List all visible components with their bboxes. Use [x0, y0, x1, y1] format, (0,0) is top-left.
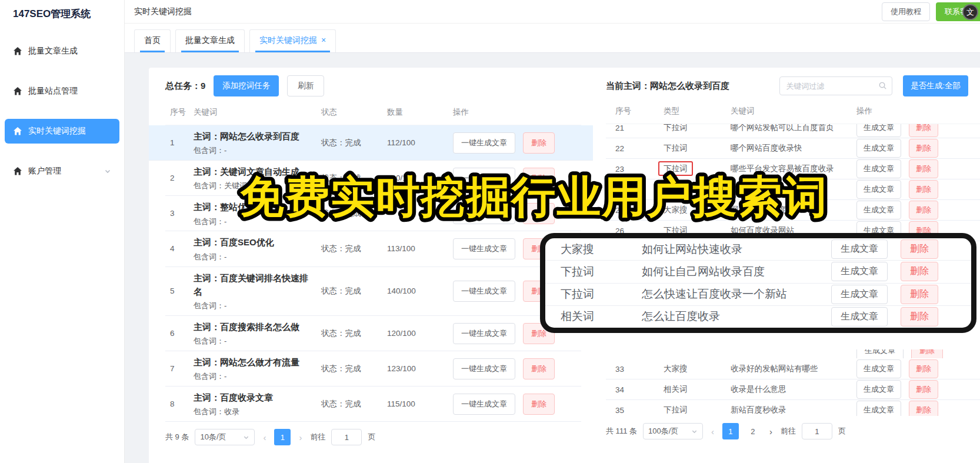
help-button[interactable]: 使用教程 — [882, 2, 930, 21]
sidebar-item-batch-article[interactable]: 批量文章生成 — [5, 39, 119, 64]
sidebar-item-realtime-keyword[interactable]: 实时关键词挖掘 — [5, 119, 119, 144]
generate-article-button[interactable]: 一键生成文章 — [453, 358, 515, 379]
home-icon — [13, 86, 22, 96]
keywords-pagination: 共 111 条 100条/页 ‹ 1 2 › 前往 页 — [606, 423, 980, 439]
sidebar-item-account[interactable]: 账户管理 — [5, 159, 119, 184]
delete-button[interactable]: 删除 — [909, 180, 938, 199]
table-row[interactable]: 1 主词：网站怎么收录到百度包含词：- 状态：完成 112/100 一键生成文章… — [149, 125, 593, 161]
magnifier-row: 大家搜 如何让网站快速收录 生成文章删除 — [545, 238, 971, 261]
table-row[interactable]: 35 下拉词 新站百度秒收录 生成文章删除 — [606, 400, 980, 416]
page-number-1[interactable]: 1 — [722, 423, 739, 439]
topbar: 实时关键词挖掘 使用教程 联系客服 文 — [125, 0, 980, 24]
table-row[interactable]: 24 下拉词 如何让百度收录自己的网站 生成文章删除 — [606, 179, 980, 200]
next-page-button[interactable]: › — [296, 432, 304, 442]
page-number-2[interactable]: 2 — [745, 423, 761, 439]
status-text: 状态：完成 — [321, 328, 387, 339]
close-icon[interactable]: × — [321, 35, 326, 45]
delete-button[interactable]: 删除 — [901, 285, 938, 304]
keyword-filter-input[interactable] — [779, 76, 892, 95]
table-row[interactable]: 3 主词：整站优化包含词：- 状态：完成 一键生成文章删除 — [165, 196, 581, 231]
translate-icon[interactable]: 文 — [962, 4, 978, 20]
delete-button[interactable]: 删除 — [909, 380, 938, 399]
delete-button[interactable]: 删除 — [523, 168, 555, 189]
next-page-button[interactable]: › — [767, 427, 775, 437]
goto-page-input[interactable] — [331, 429, 362, 445]
generate-article-button[interactable]: 生成文章 — [856, 180, 901, 199]
prev-page-button[interactable]: ‹ — [709, 427, 716, 437]
page-size-select[interactable]: 10条/页 — [195, 429, 255, 445]
chevron-down-icon — [243, 434, 249, 441]
delete-button[interactable]: 删除 — [909, 159, 938, 178]
generate-article-button[interactable]: 一键生成文章 — [453, 281, 515, 302]
sidebar-item-batch-site[interactable]: 批量站点管理 — [5, 79, 119, 104]
generate-article-button[interactable]: 生成文章 — [856, 124, 901, 137]
table-row[interactable]: 23 下拉词 哪些平台发文容易被百度收录 生成文章删除 — [606, 159, 980, 179]
status-text: 状态：完成 — [321, 208, 387, 219]
generate-article-button[interactable]: 生成文章 — [856, 380, 901, 399]
generate-article-button[interactable]: 一键生成文章 — [453, 238, 515, 259]
delete-button[interactable]: 删除 — [911, 349, 943, 358]
table-row[interactable]: 7 主词：网站怎么做才有流量包含词：- 状态：完成 123/100 一键生成文章… — [165, 351, 581, 387]
sidebar-menu: 批量文章生成 批量站点管理 实时关键词挖掘 账户管理 — [0, 31, 124, 184]
generate-article-button[interactable]: 生成文章 — [831, 307, 888, 327]
status-text: 状态：完成 — [321, 364, 387, 374]
delete-button[interactable]: 删除 — [909, 359, 938, 378]
generate-article-button[interactable]: 一键生成文章 — [453, 168, 515, 189]
delete-button[interactable]: 删除 — [901, 307, 938, 327]
goto-page-input[interactable] — [802, 423, 832, 439]
generate-article-button[interactable]: 生成文章 — [856, 139, 901, 158]
generate-article-button[interactable]: 生成文章 — [856, 201, 901, 219]
table-row[interactable]: 8 主词：百度收录文章包含词：收录 状态：完成 115/100 一键生成文章删除 — [165, 387, 581, 422]
sidebar: 147SEO管理系统 批量文章生成 批量站点管理 实时关键词挖掘 账户管理 — [0, 0, 125, 463]
delete-button[interactable]: 删除 — [523, 203, 555, 224]
status-text: 状态：完成 — [321, 173, 387, 184]
table-row[interactable]: 25 大家搜 网站怎么被百度收录 生成文章删除 — [606, 200, 980, 221]
refresh-button[interactable]: 刷新 — [287, 75, 324, 96]
add-task-button[interactable]: 添加挖词任务 — [214, 75, 279, 96]
delete-button[interactable]: 删除 — [909, 201, 938, 219]
chevron-down-icon — [691, 428, 698, 435]
generate-all-button[interactable]: 是否生成:全部 — [903, 75, 968, 96]
prev-page-button[interactable]: ‹ — [261, 432, 268, 442]
delete-button[interactable]: 删除 — [901, 239, 938, 259]
total-tasks-label: 总任务：9 — [165, 81, 205, 92]
total-count: 共 9 条 — [165, 432, 189, 442]
delete-button[interactable]: 删除 — [523, 358, 555, 379]
generate-article-button[interactable]: 生成文章 — [856, 159, 901, 178]
generate-article-button[interactable]: 生成文章 — [856, 359, 901, 378]
magnifier-row: 下拉词 如何让自己网站收录百度 生成文章删除 — [545, 261, 971, 283]
magnifier-callout: 大家搜 如何让网站快速收录 生成文章删除 下拉词 如何让自己网站收录百度 生成文… — [540, 233, 976, 333]
generate-article-button[interactable]: 一键生成文章 — [453, 394, 515, 415]
generate-article-button[interactable]: 一键生成文章 — [453, 132, 515, 154]
generate-article-button[interactable]: 生成文章 — [831, 262, 888, 281]
generate-article-button[interactable]: 生成文章 — [831, 239, 888, 259]
goto-label: 前往 — [781, 426, 796, 437]
table-row[interactable]: 5 主词：百度关键词排名快速排名包含词：- 状态：完成 140/100 一键生成… — [165, 267, 581, 316]
chevron-down-icon — [104, 168, 111, 175]
table-row[interactable]: 6 主词：百度搜索排名怎么做包含词：- 状态：完成 120/100 一键生成文章… — [165, 316, 581, 351]
page-size-select[interactable]: 100条/页 — [643, 423, 703, 439]
generate-article-button[interactable]: 一键生成文章 — [453, 323, 515, 344]
generate-article-button[interactable]: 生成文章 — [856, 401, 901, 416]
delete-button[interactable]: 删除 — [523, 394, 555, 415]
page-unit-label: 页 — [838, 426, 846, 437]
delete-button[interactable]: 删除 — [901, 262, 938, 281]
page-number-1[interactable]: 1 — [274, 429, 291, 445]
tab-batch-article[interactable]: 批量文章生成 — [175, 29, 245, 52]
tab-realtime-keyword[interactable]: 实时关键词挖掘× — [249, 29, 336, 52]
generate-article-button[interactable]: 一键生成文章 — [453, 203, 515, 224]
tab-home[interactable]: 首页 — [134, 29, 171, 52]
table-row[interactable]: 2 主词：关键词文章自动生成包含词：关键词生成 状态：完成 100/100 一键… — [165, 161, 581, 196]
generate-article-button[interactable]: 生成文章 — [856, 349, 904, 358]
delete-button[interactable]: 删除 — [909, 124, 938, 137]
table-row[interactable]: 34 相关词 收录是什么意思 生成文章删除 — [606, 379, 980, 400]
delete-button[interactable]: 删除 — [523, 132, 555, 154]
table-row[interactable]: 33 大家搜 收录好的发帖网站有哪些 生成文章删除 — [606, 359, 980, 379]
delete-button[interactable]: 删除 — [909, 401, 938, 416]
table-row[interactable]: 22 下拉词 哪个网站百度收录快 生成文章删除 — [606, 138, 980, 159]
delete-button[interactable]: 删除 — [909, 139, 938, 158]
total-count: 共 111 条 — [606, 426, 637, 437]
table-row[interactable]: 21 下拉词 哪个网站发帖可以上百度首页 生成文章删除 — [606, 124, 980, 138]
table-row[interactable]: 4 主词：百度SEO优化包含词：- 状态：完成 113/100 一键生成文章删除 — [165, 231, 581, 267]
generate-article-button[interactable]: 生成文章 — [831, 285, 888, 304]
